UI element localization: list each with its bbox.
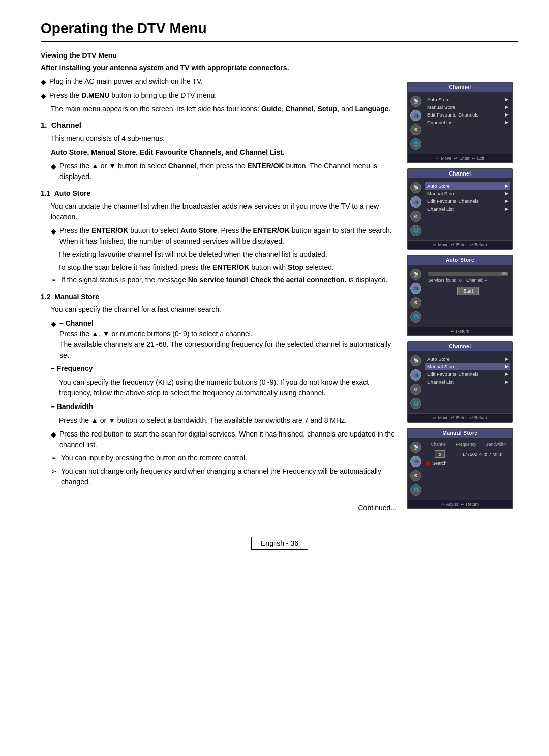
channel-sub-bullet: ◆ – Channel Press the ▲, ▼ or numeric bu… <box>51 318 396 361</box>
note-arrow-icon: ➢ <box>51 275 57 285</box>
tv-icon-setup-2: ⚙ <box>410 211 421 222</box>
section-header: Viewing the DTV Menu <box>41 51 396 60</box>
tv-autostore-content: 0% Services found: 0 Channel: – Start <box>424 267 512 325</box>
progress-label: 0% <box>501 271 507 276</box>
tv-menu-item-autostore: Auto Store▶ <box>425 96 510 103</box>
tv-icon-channel-as: 📺 <box>410 283 421 294</box>
tv-menu-item-manualstore-2: Manual Store▶ <box>425 190 510 197</box>
tv-menu-item-editfav-3: Edit Favourite Channels▶ <box>425 370 510 378</box>
tv-ms-header: Channel Frequency Bandwidth <box>426 442 510 448</box>
tv-menu-item-chanlist-3: Channel List▶ <box>425 378 510 386</box>
dash-item-2: – To stop the scan before it has finishe… <box>51 262 396 273</box>
tv-icon-setup: ⚙ <box>410 124 421 135</box>
tv-footer-autostore: ↩ Return <box>408 327 512 335</box>
tv-title-bar-3: Channel <box>408 342 512 351</box>
tv-icons-col-2: 📡 📺 ⚙ 🌐 <box>408 180 424 238</box>
bandwidth-sub: – Bandwidth Press the ▲ or ▼ button to s… <box>51 401 396 426</box>
tv-icon-antenna: 📡 <box>410 96 421 107</box>
tv-ms-values: 5 177500 KHz 7 MHz <box>426 450 510 458</box>
diamond-icon: ◆ <box>41 91 46 101</box>
tv-screen-manualstore: Manual Store 📡 📺 ⚙ 🌐 Channel Frequency B… <box>407 428 513 509</box>
section-1-2: 1.2 Manual Store You can specify the cha… <box>41 292 396 487</box>
services-found: Services found: 0 Channel: – <box>428 278 508 283</box>
tv-menu-item-chanlist-2: Channel List▶ <box>425 205 510 213</box>
note-item-3: ➢ You can not change only frequency and … <box>51 466 396 487</box>
tv-icon-setup-ms: ⚙ <box>410 470 421 481</box>
tv-footer-2: ⇦ Move ↵ Enter ↩ Return <box>408 240 512 249</box>
tv-title-bar-ms: Manual Store <box>408 429 512 438</box>
tv-icons-col-autostore: 📡 📺 ⚙ 🌐 <box>408 267 424 325</box>
tv-menu-item-editfav: Edit Favourite Channels▶ <box>425 111 510 119</box>
tv-icon-antenna-2: 📡 <box>410 182 421 193</box>
tv-icons-col: 📡 📺 ⚙ 🌐 <box>408 94 424 152</box>
tv-icon-channel-3: 📺 <box>410 369 421 381</box>
progress-bar: 0% <box>428 272 508 276</box>
tv-icon-channel-2: 📺 <box>410 196 421 208</box>
section-1-1-title: 1.1 Auto Store <box>41 188 396 199</box>
tv-menu-col-2: Auto Store▶ Manual Store▶ Edit Favourite… <box>424 180 512 238</box>
tv-menu-item-manualstore-3: Manual Store▶ <box>425 363 510 370</box>
tv-footer-ms: ⇦ Adjust ↩ Return <box>408 500 512 508</box>
tv-icon-setup-as: ⚙ <box>410 297 421 308</box>
start-btn: Start <box>458 287 478 295</box>
auto-store-bullet-1: ◆ Press the ENTER/OK button to select Au… <box>51 225 396 247</box>
tv-body-ms: 📡 📺 ⚙ 🌐 Channel Frequency Bandwidth 5 17… <box>408 438 512 500</box>
page-number-box: English - 36 <box>251 537 308 550</box>
tv-title-bar-autostore: Auto Store <box>408 256 512 265</box>
tv-menu-item-autostore-3: Auto Store▶ <box>425 355 510 363</box>
tv-icon-antenna-3: 📡 <box>410 355 421 366</box>
tv-body-2: 📡 📺 ⚙ 🌐 Auto Store▶ Manual Store▶ Edit F… <box>408 178 512 240</box>
tv-icon-lang-ms: 🌐 <box>410 484 421 496</box>
tv-footer-1: ⇦ Move ↵ Enter ↩ Exit <box>408 154 512 162</box>
tv-screen-channel-2: Channel 📡 📺 ⚙ 🌐 Auto Store▶ Manual Store… <box>407 168 513 250</box>
menu-desc: The main menu appears on the screen. Its… <box>51 104 396 114</box>
tv-icon-channel: 📺 <box>410 110 421 121</box>
diamond-icon: ◆ <box>51 318 56 361</box>
diamond-icon: ◆ <box>51 161 56 182</box>
tv-screens-column: Channel 📡 📺 ⚙ 🌐 Auto Store▶ Manual Store… <box>407 51 518 516</box>
section-1: 1. Channel This menu consists of 4 sub-m… <box>41 120 396 182</box>
tv-menu-col-3: Auto Store▶ Manual Store▶ Edit Favourite… <box>424 353 512 411</box>
page-number-area: English - 36 <box>41 527 518 550</box>
note-arrow-icon: ➢ <box>51 453 57 463</box>
tv-title-bar-2: Channel <box>408 169 512 178</box>
tv-body-autostore: 📡 📺 ⚙ 🌐 0% Services found: 0 Channel: – <box>408 265 512 327</box>
tv-icon-channel-ms: 📺 <box>410 456 421 467</box>
tv-menu-item-manualstore: Manual Store▶ <box>425 103 510 111</box>
tv-ms-content: Channel Frequency Bandwidth 5 177500 KHz… <box>424 440 512 498</box>
tv-menu-col: Auto Store▶ Manual Store▶ Edit Favourite… <box>424 94 512 152</box>
channel-value-box: 5 <box>435 450 445 458</box>
red-button-bullet: ◆ Press the red button to start the scan… <box>51 429 396 450</box>
tv-icon-antenna-ms: 📡 <box>410 442 421 453</box>
section-1-title: 1. Channel <box>41 120 396 131</box>
section-1-1: 1.1 Auto Store You can update the channe… <box>41 188 396 285</box>
continued-text: Continued... <box>41 503 396 513</box>
tv-body: 📡 📺 ⚙ 🌐 Auto Store▶ Manual Store▶ Edit F… <box>408 92 512 154</box>
note-arrow-icon: ➢ <box>51 466 57 487</box>
tv-body-3: 📡 📺 ⚙ 🌐 Auto Store▶ Manual Store▶ Edit F… <box>408 351 512 413</box>
intro-bold: After installing your antenna system and… <box>41 63 396 73</box>
tv-menu-item-autostore-2: Auto Store▶ <box>425 182 510 190</box>
tv-icons-col-3: 📡 📺 ⚙ 🌐 <box>408 353 424 411</box>
tv-icon-lang-2: 🌐 <box>410 225 421 236</box>
frequency-sub: – Frequency You can specify the frequenc… <box>51 363 396 398</box>
tv-icons-col-ms: 📡 📺 ⚙ 🌐 <box>408 440 424 498</box>
tv-icon-antenna-as: 📡 <box>410 269 421 280</box>
tv-menu-item-editfav-2: Edit Favourite Channels▶ <box>425 197 510 205</box>
tv-footer-3: ⇦ Move ↵ Enter ↩ Return <box>408 413 512 422</box>
tv-screen-autostore: Auto Store 📡 📺 ⚙ 🌐 0% Services found <box>407 255 513 336</box>
page-title: Operating the DTV Menu <box>41 20 518 42</box>
dash-item-1: – The existing favourite channel list wi… <box>51 249 396 260</box>
diamond-icon: ◆ <box>51 226 56 247</box>
tv-title-bar: Channel <box>408 83 512 92</box>
tv-search-btn: Search <box>426 461 510 466</box>
diamond-icon: ◆ <box>51 429 56 450</box>
tv-icon-lang: 🌐 <box>410 138 421 150</box>
note-item-1: ➢ If the signal status is poor, the mess… <box>51 275 396 285</box>
tv-screen-channel-3: Channel 📡 📺 ⚙ 🌐 Auto Store▶ Manual Store… <box>407 341 513 423</box>
search-label: Search <box>432 461 447 466</box>
note-item-2: ➢ You can input by pressing the button o… <box>51 453 396 463</box>
section-1-bullet: ◆ Press the ▲ or ▼ button to select Chan… <box>51 161 396 182</box>
tv-screen-channel-1: Channel 📡 📺 ⚙ 🌐 Auto Store▶ Manual Store… <box>407 82 513 163</box>
tv-menu-item-chanlist: Channel List▶ <box>425 119 510 126</box>
